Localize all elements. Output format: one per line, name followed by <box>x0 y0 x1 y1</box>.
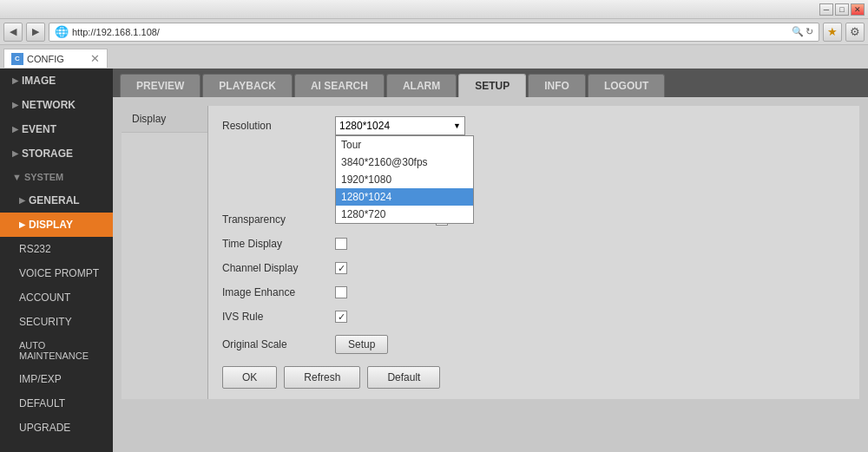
back-button[interactable]: ◀ <box>3 23 23 42</box>
favorites-button[interactable]: ★ <box>823 23 842 42</box>
time-display-checkbox[interactable] <box>335 238 347 250</box>
display-sub-tab[interactable]: Display <box>122 106 207 133</box>
sidebar-section-system: ▼ SYSTEM <box>0 166 113 188</box>
tab-logout[interactable]: LOGOUT <box>588 74 665 97</box>
refresh-button[interactable]: Refresh <box>284 366 360 389</box>
dropdown-option-1280x1024[interactable]: 1280*1024 <box>336 188 473 206</box>
resolution-dropdown-container: 1280*1024 ▼ Tour 3840*2160@30fps 1920*10… <box>335 116 465 135</box>
sidebar-label-voice-prompt: VOICE PROMPT <box>19 267 99 279</box>
sidebar-label-display: DISPLAY <box>29 219 73 231</box>
resolution-row: Resolution 1280*1024 ▼ Tour 3840 <box>222 116 845 135</box>
nav-bar: ◀ ▶ 🌐 http://192.168.1.108/ 🔍 ↻ ★ ⚙ <box>0 19 868 45</box>
maximize-button[interactable]: □ <box>835 3 849 16</box>
minimize-button[interactable]: ─ <box>819 3 833 16</box>
sidebar-item-rs232[interactable]: RS232 <box>0 237 113 261</box>
tab-ai-search[interactable]: AI SEARCH <box>294 74 385 97</box>
tab-bar: C CONFIG ✕ <box>0 45 868 68</box>
ivs-rule-row: IVS Rule <box>222 311 845 323</box>
chevron-icon: ▶ <box>12 149 18 158</box>
image-enhance-label: Image Enhance <box>222 286 335 298</box>
dropdown-option-tour[interactable]: Tour <box>336 136 473 154</box>
dropdown-option-1280x720[interactable]: 1280*720 <box>336 206 473 223</box>
tab-info[interactable]: INFO <box>528 74 586 97</box>
sidebar-item-default[interactable]: DEFAULT <box>0 391 113 416</box>
dropdown-option-1920[interactable]: 1920*1080 <box>336 171 473 188</box>
tab-playback[interactable]: PLAYBACK <box>202 74 293 97</box>
channel-display-control <box>335 262 347 274</box>
sidebar-label-event: EVENT <box>22 123 56 135</box>
sidebar-item-upgrade[interactable]: UPGRADE <box>0 416 113 440</box>
tab-close-button[interactable]: ✕ <box>90 52 100 65</box>
tab-alarm[interactable]: ALARM <box>386 74 457 97</box>
search-icon: 🔍 <box>792 26 804 37</box>
sidebar-item-storage[interactable]: ▶ STORAGE <box>0 141 113 166</box>
page-content: Display Resolution 1280*1024 ▼ <box>113 97 868 408</box>
sidebar-item-security[interactable]: SECURITY <box>0 310 113 334</box>
address-icon: 🌐 <box>55 25 69 38</box>
resolution-control: 1280*1024 ▼ Tour 3840*2160@30fps 1920*10… <box>335 116 465 135</box>
address-bar[interactable]: 🌐 http://192.168.1.108/ 🔍 ↻ <box>49 23 819 42</box>
chevron-icon: ▶ <box>12 101 18 109</box>
ivs-rule-checkbox[interactable] <box>335 311 347 323</box>
resolution-dropdown[interactable]: 1280*1024 ▼ <box>335 116 465 135</box>
time-display-label: Time Display <box>222 238 335 250</box>
close-button[interactable]: ✕ <box>851 3 865 16</box>
time-display-row: Time Display <box>222 238 845 250</box>
dropdown-spacer <box>222 135 845 213</box>
sidebar-item-imp-exp[interactable]: IMP/EXP <box>0 367 113 391</box>
transparency-label: Transparency <box>222 213 335 226</box>
sidebar-item-general[interactable]: ▶ GENERAL <box>0 188 113 213</box>
sidebar-label-auto-maintenance: AUTO MAINTENANCE <box>19 340 101 361</box>
section-arrow: ▼ <box>12 172 22 182</box>
browser-tab[interactable]: C CONFIG ✕ <box>3 49 108 68</box>
sidebar-item-voice-prompt[interactable]: VOICE PROMPT <box>0 261 113 285</box>
forward-button[interactable]: ▶ <box>26 23 45 42</box>
chevron-icon: ▶ <box>19 196 25 205</box>
sidebar-item-event[interactable]: ▶ EVENT <box>0 117 113 141</box>
tab-title: CONFIG <box>27 54 64 64</box>
tab-preview[interactable]: PREVIEW <box>120 74 201 97</box>
ok-button[interactable]: OK <box>222 366 277 389</box>
sidebar-label-upgrade: UPGRADE <box>19 422 70 434</box>
nav-tabs: PREVIEW PLAYBACK AI SEARCH ALARM SETUP I… <box>113 69 868 97</box>
setup-button[interactable]: Setup <box>335 335 388 354</box>
display-panel: Display Resolution 1280*1024 ▼ <box>122 106 859 399</box>
dropdown-value: 1280*1024 <box>339 120 390 132</box>
default-button[interactable]: Default <box>367 366 440 389</box>
chevron-icon: ▶ <box>19 220 25 229</box>
original-scale-control: Setup <box>335 335 388 354</box>
image-enhance-checkbox[interactable] <box>335 286 347 298</box>
channel-display-checkbox[interactable] <box>335 262 347 274</box>
sidebar-item-account[interactable]: ACCOUNT <box>0 285 113 310</box>
original-scale-row: Original Scale Setup <box>222 335 845 354</box>
display-main: Resolution 1280*1024 ▼ Tour 3840 <box>208 106 859 399</box>
sidebar-label-image: IMAGE <box>22 75 56 87</box>
sidebar-item-display[interactable]: ▶ DISPLAY <box>0 213 113 237</box>
sidebar-item-image[interactable]: ▶ IMAGE <box>0 69 113 93</box>
channel-display-row: Channel Display <box>222 262 845 274</box>
sidebar-item-network[interactable]: ▶ NETWORK <box>0 93 113 117</box>
refresh-icon[interactable]: ↻ <box>806 26 813 37</box>
title-bar-controls: ─ □ ✕ <box>819 3 865 16</box>
sidebar: ▶ IMAGE ▶ NETWORK ▶ EVENT ▶ STORAGE ▼ SY… <box>0 69 113 452</box>
settings-button[interactable]: ⚙ <box>845 23 865 42</box>
transparency-row: Transparency + 0% <box>222 213 845 226</box>
action-buttons: OK Refresh Default <box>222 366 845 389</box>
ivs-rule-label: IVS Rule <box>222 311 335 323</box>
chevron-icon: ▶ <box>12 76 18 85</box>
image-enhance-control <box>335 286 347 298</box>
original-scale-label: Original Scale <box>222 338 335 350</box>
dropdown-option-3840[interactable]: 3840*2160@30fps <box>336 154 473 171</box>
chevron-icon: ▶ <box>12 125 18 134</box>
favicon: C <box>11 53 23 65</box>
sidebar-label-default: DEFAULT <box>19 397 65 409</box>
sidebar-label-rs232: RS232 <box>19 243 51 255</box>
sidebar-item-auto-maintenance[interactable]: AUTO MAINTENANCE <box>0 334 113 367</box>
sidebar-label-network: NETWORK <box>22 99 76 111</box>
sidebar-label-security: SECURITY <box>19 316 72 328</box>
address-text: http://192.168.1.108/ <box>72 27 790 37</box>
title-bar: ─ □ ✕ <box>0 0 868 19</box>
tab-setup[interactable]: SETUP <box>458 74 526 97</box>
browser-chrome: ─ □ ✕ ◀ ▶ 🌐 http://192.168.1.108/ 🔍 ↻ ★ … <box>0 0 868 69</box>
sidebar-label-storage: STORAGE <box>22 147 73 160</box>
